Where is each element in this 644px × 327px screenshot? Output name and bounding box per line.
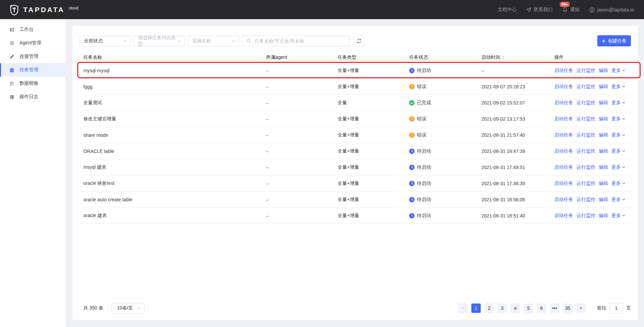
nav-item-label: jason@tapdata.io — [597, 7, 634, 12]
paper-plane-icon — [526, 7, 531, 12]
sidebar-item-5[interactable]: 操作日志 — [0, 90, 66, 104]
more-link[interactable]: 更多 — [611, 164, 626, 170]
monitor-link[interactable]: 运行监控 — [576, 68, 595, 74]
edit-link[interactable]: 编辑 — [599, 213, 608, 219]
page-ellipsis-button[interactable]: ••• — [550, 303, 559, 313]
task-name-cell: oracle 映射test — [80, 180, 266, 187]
nav-item-notifications[interactable]: 99+通知 — [562, 7, 579, 13]
start-task-link[interactable]: 启动任务 — [554, 148, 573, 154]
refresh-icon — [356, 38, 362, 44]
nav-item-label: 通知 — [570, 7, 579, 13]
task-status-cell: 错误 — [409, 132, 481, 138]
nav-item-account[interactable]: jason@tapdata.io — [589, 7, 634, 13]
total-count: 共 350 条 — [83, 305, 103, 311]
monitor-link[interactable]: 运行监控 — [576, 100, 595, 106]
start-task-link[interactable]: 启动任务 — [554, 164, 573, 170]
start-task-link[interactable]: 启动任务 — [554, 213, 573, 219]
refresh-button[interactable] — [353, 36, 365, 46]
sidebar-item-2[interactable]: 连接管理 — [0, 50, 66, 63]
more-link[interactable]: 更多 — [611, 84, 626, 90]
nav-item-contact-us[interactable]: 联系我们 — [526, 7, 553, 13]
edit-link[interactable]: 编辑 — [599, 68, 608, 74]
start-time: 2021-08-31 18:51:40 — [481, 213, 525, 218]
edit-link[interactable]: 编辑 — [599, 132, 608, 138]
edit-link[interactable]: 编辑 — [599, 180, 608, 187]
task-status-cell: 待启动 — [409, 180, 481, 187]
status-waiting-icon — [409, 213, 415, 218]
monitor-link[interactable]: 运行监控 — [576, 84, 595, 90]
sidebar-item-1[interactable]: Agent管理 — [0, 36, 66, 50]
monitor-link[interactable]: 运行监控 — [576, 116, 595, 122]
more-link[interactable]: 更多 — [611, 213, 626, 219]
page-button-5[interactable]: 5 — [524, 303, 533, 313]
sort-icon[interactable] — [502, 55, 505, 60]
page-button-3[interactable]: 3 — [498, 303, 507, 313]
edit-link[interactable]: 编辑 — [599, 116, 608, 122]
task-name-cell: mysql-mysql — [80, 68, 266, 73]
monitor-link[interactable]: 运行监控 — [576, 197, 595, 203]
more-link[interactable]: 更多 — [611, 180, 626, 187]
table-row: oracle auto create table–全量+增量待启动2021-08… — [80, 192, 631, 208]
instance-filter-select[interactable]: 实例名称 — [188, 36, 239, 46]
task-status-cell: 错误 — [409, 84, 481, 90]
task-type-cell: 全量+增量 — [338, 164, 409, 170]
chevron-down-small-icon — [622, 149, 626, 153]
agent-cell: – — [266, 100, 338, 106]
sync-type-placeholder: 请选择任务同步类型 — [138, 35, 177, 47]
search-input[interactable] — [254, 38, 345, 44]
sidebar-item-0[interactable]: 工作台 — [0, 23, 66, 36]
page-button-2[interactable]: 2 — [484, 303, 494, 313]
status-filter-select[interactable]: 全部状态 — [80, 36, 131, 46]
task-status-cell: 已完成 — [409, 100, 481, 106]
more-link[interactable]: 更多 — [611, 68, 626, 74]
more-link[interactable]: 更多 — [611, 132, 626, 138]
sidebar-item-4[interactable]: 数据校验 — [0, 77, 66, 90]
nav-item-docs-center[interactable]: 文档中心 — [498, 7, 517, 13]
monitor-link[interactable]: 运行监控 — [576, 180, 595, 187]
create-task-button[interactable]: 创建任务 — [597, 35, 631, 46]
more-link[interactable]: 更多 — [611, 116, 626, 122]
actions-cell: 启动任务运行监控编辑更多 — [554, 213, 631, 219]
page-button-35[interactable]: 35 — [563, 303, 572, 313]
start-task-link[interactable]: 启动任务 — [554, 100, 573, 106]
start-task-link[interactable]: 启动任务 — [554, 180, 573, 187]
page-size-select[interactable]: 10条/页 — [111, 303, 145, 314]
agent-value: – — [266, 100, 269, 106]
edit-link[interactable]: 编辑 — [599, 164, 608, 170]
start-task-link[interactable]: 启动任务 — [554, 132, 573, 138]
more-link[interactable]: 更多 — [611, 100, 626, 106]
column-header-start-time[interactable]: 启动时间 — [481, 54, 554, 60]
start-task-link[interactable]: 启动任务 — [554, 197, 573, 203]
more-link[interactable]: 更多 — [611, 197, 626, 203]
monitor-link[interactable]: 运行监控 — [576, 164, 595, 170]
table-row: oracle 建表–全量+增量待启动2021-08-31 18:51:40启动任… — [80, 208, 631, 224]
page-button-4[interactable]: 4 — [511, 303, 520, 313]
monitor-link[interactable]: 运行监控 — [576, 148, 595, 154]
sidebar-item-3[interactable]: 任务管理 — [0, 63, 66, 77]
edit-link[interactable]: 编辑 — [599, 100, 608, 106]
action-label: 更多 — [611, 132, 621, 138]
edit-link[interactable]: 编辑 — [599, 84, 608, 90]
page-button-1[interactable]: 1 — [471, 303, 481, 313]
monitor-link[interactable]: 运行监控 — [576, 132, 595, 138]
page-button-6[interactable]: 6 — [537, 303, 546, 313]
sync-type-filter-select[interactable]: 请选择任务同步类型 — [134, 36, 185, 46]
edit-link[interactable]: 编辑 — [599, 148, 608, 154]
monitor-link[interactable]: 运行监控 — [576, 213, 595, 219]
goto-page-input[interactable] — [609, 303, 623, 314]
start-task-link[interactable]: 启动任务 — [554, 116, 573, 122]
sidebar-item-label: 任务管理 — [19, 67, 38, 73]
chevron-down-icon — [137, 306, 141, 310]
chevron-down-small-icon — [622, 181, 626, 185]
start-task-link[interactable]: 启动任务 — [554, 68, 573, 74]
start-task-link[interactable]: 启动任务 — [554, 84, 573, 90]
status-label: 错误 — [417, 132, 426, 138]
prev-page-button[interactable] — [458, 303, 468, 313]
action-label: 启动任务 — [554, 100, 573, 106]
edit-link[interactable]: 编辑 — [599, 197, 608, 203]
column-header-actions: 操作 — [554, 54, 631, 60]
more-link[interactable]: 更多 — [611, 148, 626, 154]
next-page-button[interactable] — [576, 303, 586, 313]
start-time-cell: – — [481, 68, 554, 73]
table-row: 修改主键后增量–全量+增量错误2021-09-02 13:17:53启动任务运行… — [80, 111, 631, 127]
